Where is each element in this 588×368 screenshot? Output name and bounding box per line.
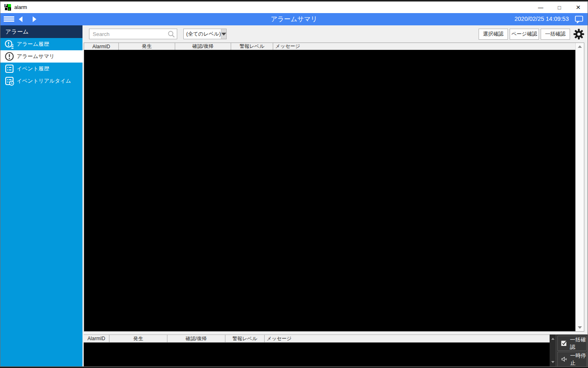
table-header-row: AlarmID 発生 確認/復帰 警報レベル メッセージ bbox=[84, 43, 575, 50]
scroll-down-icon[interactable] bbox=[551, 361, 555, 363]
alarm-summary-table: AlarmID 発生 確認/復帰 警報レベル メッセージ bbox=[84, 43, 584, 332]
nav-bar: アラームサマリ 2020/02/25 14:09:53 bbox=[0, 13, 588, 25]
confirm-all-bottom-button[interactable]: 一括確認 bbox=[557, 336, 587, 351]
dropdown-arrow-button[interactable] bbox=[221, 29, 226, 39]
column-header-alarmid[interactable]: AlarmID bbox=[84, 43, 119, 50]
sidebar-group-header: アラーム bbox=[0, 25, 82, 38]
window-controls: — □ × bbox=[531, 2, 588, 13]
minimize-button[interactable]: — bbox=[531, 2, 550, 13]
sidebar-item-label: アラームサマリ bbox=[17, 53, 55, 60]
column-header-alarm-level[interactable]: 警報レベル bbox=[231, 43, 273, 50]
title-bar: P B alarm — □ × bbox=[0, 2, 588, 13]
sidebar-item-label: イベント履歴 bbox=[17, 65, 49, 72]
scroll-down-icon[interactable] bbox=[578, 326, 582, 329]
search-box bbox=[89, 29, 177, 39]
window-title: alarm bbox=[14, 4, 27, 10]
checked-checkbox-icon bbox=[561, 339, 567, 347]
scroll-up-icon[interactable] bbox=[578, 45, 582, 48]
close-button[interactable]: × bbox=[569, 2, 588, 13]
datetime-display: 2020/02/25 14:09:53 bbox=[514, 16, 569, 22]
maximize-button[interactable]: □ bbox=[550, 2, 569, 13]
vertical-scrollbar[interactable] bbox=[575, 43, 584, 331]
pause-button[interactable]: 一時停止 bbox=[557, 352, 587, 367]
toolbar-actions: 選択確認 ページ確認 一括確認 bbox=[479, 28, 588, 40]
column-header-message[interactable]: メッセージ bbox=[265, 335, 550, 342]
column-header-ack-restore[interactable]: 確認/復帰 bbox=[175, 43, 231, 50]
level-filter-dropdown[interactable]: (全てのレベル) bbox=[183, 29, 227, 39]
gear-icon bbox=[573, 29, 584, 40]
event-realtime-icon bbox=[4, 76, 14, 86]
alarm-list-area[interactable] bbox=[84, 50, 575, 331]
triangle-down-icon bbox=[221, 33, 226, 36]
sidebar-item-label: イベントリアルタイム bbox=[17, 77, 71, 85]
button-label: 一時停止 bbox=[570, 352, 586, 367]
column-header-message[interactable]: メッセージ bbox=[273, 43, 575, 50]
scroll-up-icon[interactable] bbox=[551, 338, 555, 340]
alarm-summary-icon bbox=[4, 52, 14, 61]
column-header-alarmid[interactable]: AlarmID bbox=[84, 335, 109, 342]
confirm-selected-button[interactable]: 選択確認 bbox=[479, 29, 508, 40]
level-filter-value: (全てのレベル) bbox=[184, 31, 221, 38]
svg-text:B: B bbox=[9, 8, 10, 11]
column-header-occurred[interactable]: 発生 bbox=[109, 335, 167, 342]
app-window: P B alarm — □ × アラームサマリ 2020/02/25 14:09… bbox=[0, 1, 588, 367]
sidebar-item-event-realtime[interactable]: イベントリアルタイム bbox=[0, 75, 82, 87]
magnifier-icon bbox=[167, 30, 175, 38]
sidebar-item-alarm-summary[interactable]: アラームサマリ bbox=[0, 50, 84, 63]
realtime-alarm-table: AlarmID 発生 確認/復帰 警報レベル メッセージ bbox=[84, 334, 550, 366]
app-logo-icon: P B bbox=[4, 4, 11, 11]
sidebar-item-event-history[interactable]: イベント履歴 bbox=[0, 63, 82, 75]
sidebar-item-alarm-history[interactable]: アラーム履歴 bbox=[0, 38, 82, 50]
column-header-ack-restore[interactable]: 確認/復帰 bbox=[167, 335, 225, 342]
table-header-row: AlarmID 発生 確認/復帰 警報レベル メッセージ bbox=[84, 335, 550, 343]
svg-text:P: P bbox=[5, 4, 7, 8]
toolbar: (全てのレベル) 選択確認 ページ確認 一括確認 bbox=[84, 25, 588, 43]
column-header-alarm-level[interactable]: 警報レベル bbox=[225, 335, 265, 342]
sidebar-item-label: アラーム履歴 bbox=[17, 40, 49, 48]
sidebar: アラーム アラーム履歴 アラームサマリ bbox=[0, 25, 82, 366]
speaker-icon bbox=[561, 355, 567, 363]
column-header-occurred[interactable]: 発生 bbox=[119, 43, 175, 50]
confirm-page-button[interactable]: ページ確認 bbox=[510, 29, 539, 40]
chat-bubble-icon[interactable] bbox=[575, 15, 584, 23]
alarm-history-icon bbox=[4, 39, 14, 49]
page-title: アラームサマリ bbox=[0, 15, 588, 24]
settings-button[interactable] bbox=[573, 28, 584, 40]
button-label: 一括確認 bbox=[570, 336, 586, 351]
confirm-all-button[interactable]: 一括確認 bbox=[541, 29, 570, 40]
search-input[interactable] bbox=[89, 29, 177, 39]
bottom-action-panel: 一括確認 一時停止 bbox=[550, 334, 588, 366]
realtime-scrollbar[interactable] bbox=[550, 334, 556, 366]
event-history-icon bbox=[4, 64, 14, 74]
